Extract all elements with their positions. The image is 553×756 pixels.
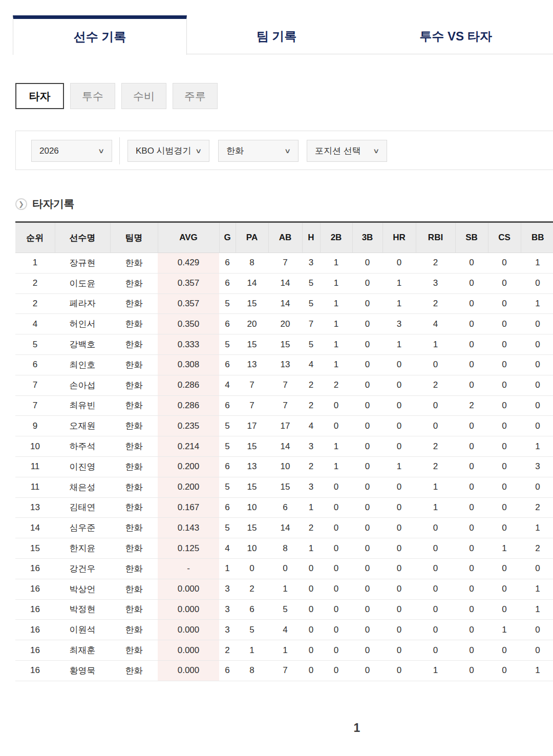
table-cell: 0.214	[158, 436, 219, 457]
table-cell: 한화	[110, 538, 158, 559]
table-cell: 1	[302, 497, 320, 518]
position-select[interactable]: 포지션 선택 ∨	[307, 140, 387, 162]
team-select[interactable]: 한화 ∨	[218, 140, 299, 162]
table-cell: 0	[521, 314, 553, 334]
table-cell: 한화	[110, 456, 158, 477]
year-select[interactable]: 2026 ∨	[31, 140, 112, 162]
tab-pitcher-vs-batter[interactable]: 투수 VS 타자	[366, 15, 545, 54]
table-cell: 1	[521, 436, 553, 457]
table-row: 11이진영한화0.2006131021012003	[15, 456, 553, 477]
table-cell: 1	[382, 273, 416, 293]
table-cell: 한화	[110, 518, 158, 538]
table-cell: 한화	[110, 395, 158, 416]
table-cell: 한화	[110, 375, 158, 395]
table-cell: 0	[352, 579, 382, 599]
table-cell: 6	[219, 497, 236, 518]
table-cell: 2	[416, 253, 455, 274]
table-cell: 이진영	[55, 456, 110, 477]
table-row: 16최재훈한화0.00021100000000	[15, 640, 553, 661]
table-row: 9오재원한화0.2355171740000000	[15, 416, 553, 436]
table-cell: 1	[320, 334, 352, 355]
table-cell: 1	[416, 334, 455, 355]
table-cell: 16	[15, 599, 55, 620]
table-cell: 1	[15, 253, 55, 274]
category-filter-row: 타자 투수 수비 주루	[15, 83, 218, 109]
table-cell: 0	[521, 620, 553, 640]
table-cell: 4	[302, 416, 320, 436]
table-cell: 13	[236, 354, 268, 375]
table-row: 7최유빈한화0.28667720000200	[15, 395, 553, 416]
table-cell: 1	[521, 599, 553, 620]
filter-button-baserunning[interactable]: 주루	[173, 83, 218, 109]
table-cell: 0	[488, 293, 521, 314]
table-cell: 5	[219, 293, 236, 314]
table-cell: 0	[416, 416, 455, 436]
table-cell: 0.143	[158, 518, 219, 538]
table-cell: 0	[455, 436, 488, 457]
tab-player-records[interactable]: 선수 기록	[13, 15, 187, 55]
table-cell: 0	[320, 497, 352, 518]
table-cell: 0	[382, 579, 416, 599]
table-cell: 3	[302, 477, 320, 497]
pagination-page-1[interactable]: 1	[354, 721, 360, 735]
table-cell: 3	[382, 314, 416, 334]
column-header-G: G	[219, 222, 236, 253]
table-cell: 0	[352, 660, 382, 681]
table-cell: 0	[416, 518, 455, 538]
table-cell: 0	[320, 395, 352, 416]
table-cell: 0	[455, 477, 488, 497]
table-cell: 0	[352, 477, 382, 497]
table-cell: 3	[219, 599, 236, 620]
table-cell: 1	[320, 314, 352, 334]
filter-button-pitcher[interactable]: 투수	[70, 83, 115, 109]
table-row: 7손아섭한화0.28647722002000	[15, 375, 553, 395]
table-cell: 0	[416, 354, 455, 375]
table-cell: 0	[521, 477, 553, 497]
table-cell: 5	[268, 599, 302, 620]
table-cell: -	[158, 558, 219, 579]
table-cell: 1	[382, 456, 416, 477]
table-cell: 7	[268, 660, 302, 681]
table-cell: 16	[15, 558, 55, 579]
column-header-AB: AB	[268, 222, 302, 253]
table-cell: 0	[302, 660, 320, 681]
table-cell: 0	[488, 273, 521, 293]
table-cell: 0	[320, 518, 352, 538]
table-cell: 한화	[110, 558, 158, 579]
column-header-RBI: RBI	[416, 222, 455, 253]
filter-button-batter[interactable]: 타자	[15, 83, 64, 109]
tab-team-records[interactable]: 팀 기록	[187, 15, 366, 54]
table-cell: 1	[219, 558, 236, 579]
table-cell: 2	[416, 375, 455, 395]
table-cell: 0	[382, 436, 416, 457]
table-cell: 한화	[110, 660, 158, 681]
table-cell: 0	[488, 477, 521, 497]
table-cell: 6	[219, 456, 236, 477]
filter-button-defense[interactable]: 수비	[121, 83, 166, 109]
table-cell: 2	[15, 273, 55, 293]
circled-arrow-icon: ❯	[15, 198, 27, 210]
table-row: 2이도윤한화0.3576141451013000	[15, 273, 553, 293]
table-cell: 한화	[110, 253, 158, 274]
series-select[interactable]: KBO 시범경기 ∨	[127, 140, 209, 162]
table-cell: 0	[455, 518, 488, 538]
filter-panel: 2026 ∨ KBO 시범경기 ∨ 한화 ∨ 포지션 선택 ∨	[15, 131, 553, 170]
table-cell: 3	[521, 456, 553, 477]
table-cell: 0	[455, 334, 488, 355]
table-cell: 5	[302, 293, 320, 314]
table-cell: 15	[236, 518, 268, 538]
table-cell: 0	[382, 518, 416, 538]
table-cell: 1	[416, 477, 455, 497]
table-cell: 한화	[110, 273, 158, 293]
table-cell: 한화	[110, 579, 158, 599]
table-cell: 0	[521, 640, 553, 661]
table-cell: 4	[219, 375, 236, 395]
table-cell: 0	[488, 395, 521, 416]
table-cell: 11	[15, 456, 55, 477]
table-cell: 0	[352, 436, 382, 457]
table-cell: 0	[382, 660, 416, 681]
table-cell: 2	[455, 395, 488, 416]
table-cell: 한화	[110, 477, 158, 497]
table-cell: 한화	[110, 620, 158, 640]
table-cell: 14	[268, 273, 302, 293]
